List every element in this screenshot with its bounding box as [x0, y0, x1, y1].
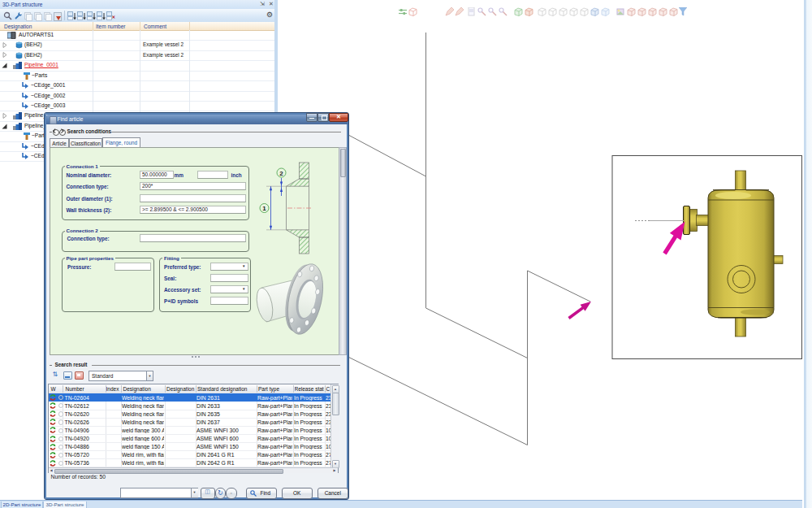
svg-text:1: 1: [262, 205, 266, 212]
svg-text:2: 2: [279, 170, 283, 177]
